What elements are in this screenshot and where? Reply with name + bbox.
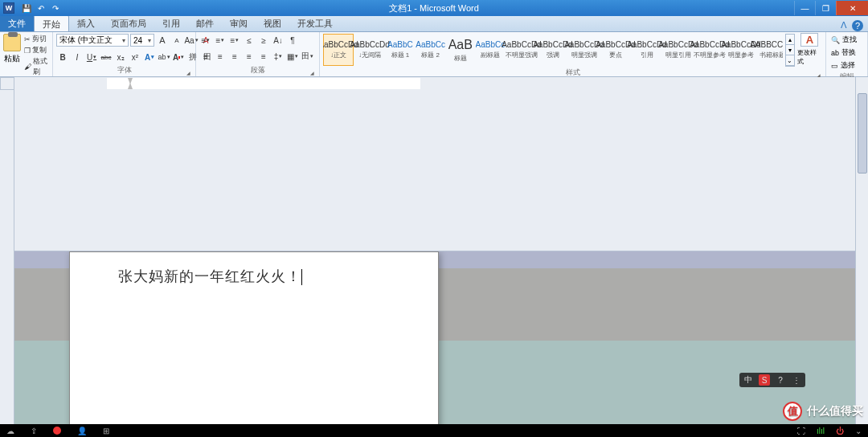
cut-button[interactable]: ✂剪切 — [24, 34, 49, 44]
increase-indent-button[interactable]: ≥ — [257, 34, 270, 47]
tab-file[interactable]: 文件 — [0, 15, 34, 31]
ime-help-button[interactable]: ? — [775, 374, 786, 386]
shading-button[interactable]: ▦ — [286, 50, 299, 63]
font-color-button[interactable]: A — [172, 51, 185, 63]
style-item-8[interactable]: AaBbCcDd明显强调 — [569, 34, 600, 66]
paste-icon — [3, 34, 21, 51]
align-left-button[interactable]: ≡ — [199, 50, 212, 63]
taskbar-expand-icon[interactable]: ⛶ — [797, 427, 805, 435]
ime-toolbar[interactable]: 中 S ? ⋮ — [739, 373, 805, 387]
help-button[interactable]: ? — [852, 20, 863, 31]
taskbar-user-icon[interactable]: 👤 — [77, 427, 87, 435]
subscript-button[interactable]: x₂ — [114, 51, 127, 63]
taskbar-misc-icon[interactable]: ⊞ — [103, 427, 109, 435]
text-effects-button[interactable]: A — [143, 51, 156, 63]
align-right-button[interactable]: ≡ — [228, 50, 241, 63]
minimize-ribbon-button[interactable]: ᐱ — [841, 20, 847, 31]
maximize-button[interactable]: ❐ — [815, 1, 836, 15]
font-size-combo[interactable]: 24 — [130, 34, 154, 47]
replace-button[interactable]: ab替换 — [829, 47, 858, 59]
strike-button[interactable]: abc — [100, 51, 113, 63]
page[interactable]: 张大妈新的一年红红火火！ — [69, 251, 439, 425]
taskbar-upload-icon[interactable]: ⇪ — [31, 427, 37, 435]
tab-3[interactable]: 引用 — [154, 15, 188, 31]
styles-gallery[interactable]: AaBbCcDd↓正文AaBbCcDd↓无间隔AaBbC标题 1AaBbCc标题… — [323, 34, 783, 67]
style-item-11[interactable]: AaBbCcDd明显引用 — [663, 34, 694, 66]
bold-button[interactable]: B — [56, 51, 69, 63]
undo-button[interactable]: ↶ — [35, 2, 47, 14]
tab-0[interactable]: 开始 — [34, 15, 69, 31]
tab-4[interactable]: 邮件 — [188, 15, 222, 31]
style-item-3[interactable]: AaBbCc标题 2 — [416, 34, 446, 66]
horizontal-ruler[interactable] — [14, 77, 855, 251]
tab-6[interactable]: 视图 — [256, 15, 289, 31]
vertical-ruler[interactable] — [0, 90, 14, 424]
line-spacing-button[interactable]: ‡ — [272, 50, 285, 63]
font-name-combo[interactable]: 宋体 (中文正文 — [56, 34, 129, 47]
replace-icon: ab — [831, 49, 839, 57]
style-item-10[interactable]: AaBbCcDd引用 — [632, 34, 662, 66]
style-item-5[interactable]: AaBbCc副标题 — [475, 34, 506, 66]
style-name: 引用 — [641, 51, 653, 59]
style-item-9[interactable]: AaBbCcDd要点 — [600, 34, 631, 66]
copy-button[interactable]: ❐复制 — [24, 45, 49, 55]
format-painter-button[interactable]: 🖌格式刷 — [24, 56, 49, 77]
text-cursor — [301, 269, 302, 285]
tab-7[interactable]: 开发工具 — [289, 15, 341, 31]
show-marks-button[interactable]: ¶ — [286, 34, 299, 47]
shrink-font-button[interactable]: A — [170, 34, 183, 47]
multilevel-button[interactable]: ≡ — [228, 34, 241, 47]
taskbar-power-icon[interactable]: ⏻ — [836, 427, 844, 435]
select-icon: ▭ — [831, 62, 838, 70]
ime-lang-button[interactable]: 中 — [743, 374, 754, 386]
taskbar-cloud-icon[interactable]: ☁ — [6, 427, 14, 435]
group-label-font: 字体 — [56, 65, 192, 76]
ime-sogou-button[interactable]: S — [759, 374, 770, 386]
align-justify-button[interactable]: ≡ — [243, 50, 256, 63]
sort-button[interactable]: A↓ — [272, 34, 285, 47]
style-item-6[interactable]: AaBbCcDd不明显强调 — [506, 34, 537, 66]
change-styles-button[interactable]: A 更改样式 — [797, 34, 822, 64]
styles-up-button[interactable]: ▴ — [786, 35, 794, 45]
align-center-button[interactable]: ≡ — [214, 50, 227, 63]
style-item-7[interactable]: AaBbCcDd强调 — [538, 34, 568, 66]
highlight-button[interactable]: ab — [158, 51, 170, 63]
style-item-0[interactable]: AaBbCcDd↓正文 — [323, 34, 354, 66]
style-item-13[interactable]: AaBbCcDd明显参考 — [726, 34, 756, 66]
tab-5[interactable]: 审阅 — [222, 15, 256, 31]
select-button[interactable]: ▭选择 — [829, 59, 857, 71]
style-item-12[interactable]: AaBbCcDd不明显参考 — [694, 34, 725, 66]
tab-2[interactable]: 页面布局 — [103, 15, 154, 31]
redo-button[interactable]: ↷ — [50, 2, 61, 14]
styles-more-button[interactable]: ⌄ — [786, 55, 794, 66]
ime-more-button[interactable]: ⋮ — [791, 374, 802, 386]
document-area[interactable]: 张大妈新的一年红红火火！ — [14, 251, 855, 425]
taskbar-signal-icon[interactable]: ılıl — [817, 427, 825, 435]
style-name: 不明显参考 — [694, 51, 726, 59]
superscript-button[interactable]: x² — [129, 51, 141, 63]
borders-button[interactable]: 田 — [301, 50, 313, 63]
decrease-indent-button[interactable]: ≤ — [243, 34, 256, 47]
paste-button[interactable]: 粘贴 — [3, 34, 22, 64]
grow-font-button[interactable]: A — [156, 34, 169, 47]
document-text[interactable]: 张大妈新的一年红红火火！ — [118, 267, 302, 286]
style-item-14[interactable]: AABBCCDD书籍标题 — [757, 34, 783, 66]
close-button[interactable]: ✕ — [836, 1, 868, 15]
save-button[interactable]: 💾 — [21, 2, 32, 14]
underline-button[interactable]: U — [85, 51, 98, 63]
bullets-button[interactable]: ≡ — [199, 34, 212, 47]
taskbar-chevron-icon[interactable]: ⌄ — [855, 427, 862, 435]
style-item-2[interactable]: AaBbC标题 1 — [386, 34, 415, 66]
minimize-button[interactable]: — — [794, 1, 815, 15]
italic-button[interactable]: I — [71, 51, 84, 63]
tab-1[interactable]: 插入 — [69, 15, 103, 31]
style-item-4[interactable]: AaB标题 — [447, 34, 474, 66]
scroll-thumb[interactable] — [858, 93, 867, 174]
styles-down-button[interactable]: ▾ — [786, 45, 794, 55]
vertical-scrollbar[interactable] — [855, 77, 868, 424]
distribute-button[interactable]: ≡ — [257, 50, 270, 63]
numbering-button[interactable]: ≡ — [214, 34, 227, 47]
record-button[interactable] — [53, 427, 61, 435]
find-button[interactable]: 🔍查找 — [829, 34, 858, 46]
style-item-1[interactable]: AaBbCcDd↓无间隔 — [354, 34, 385, 66]
